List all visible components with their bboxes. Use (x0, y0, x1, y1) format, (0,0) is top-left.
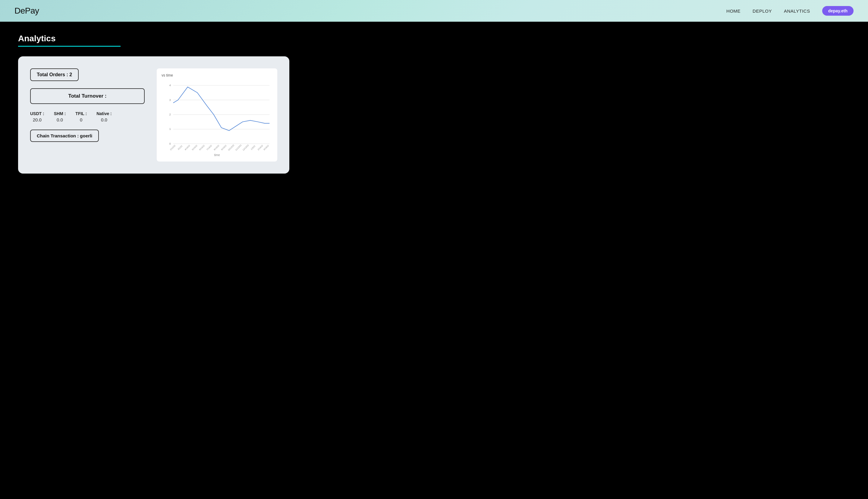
analytics-card: Total Orders : 2 Total Turnover : USDT :… (18, 56, 289, 173)
usdt-value: 20.0 (33, 117, 41, 122)
svg-text:9/13/22: 9/13/22 (221, 144, 227, 151)
native-label: Native : (96, 111, 112, 116)
svg-text:4: 4 (169, 84, 171, 87)
chart-container: 4 3 2 1 0 2/12/22 3/1/22 4/13/22 5/13/22… (161, 80, 272, 152)
chart-svg: 4 3 2 1 0 2/12/22 3/1/22 4/13/22 5/13/22… (161, 80, 272, 152)
chart-title: vs time (161, 73, 272, 77)
svg-text:2/12/22: 2/12/22 (170, 144, 176, 151)
svg-text:10/13/22: 10/13/22 (228, 144, 235, 151)
logo-de: De (14, 6, 25, 15)
tfil-label: TFIL : (75, 111, 87, 116)
svg-text:2: 2 (169, 113, 171, 116)
svg-text:8/13/22: 8/13/22 (213, 144, 220, 151)
svg-text:6/13/22: 6/13/22 (199, 144, 205, 151)
svg-text:0: 0 (169, 142, 171, 145)
nav-analytics[interactable]: ANALYTICS (784, 9, 810, 14)
shm-label: SHM : (54, 111, 66, 116)
svg-text:1/3/22: 1/3/22 (250, 145, 256, 150)
title-underline (18, 46, 121, 47)
svg-text:5/13/22: 5/13/22 (191, 144, 198, 151)
svg-text:1: 1 (169, 127, 171, 131)
tfil-value: 0 (80, 117, 82, 122)
nav-deploy[interactable]: DEPLOY (753, 9, 772, 14)
svg-text:7/13/22: 7/13/22 (206, 144, 212, 151)
total-turnover-box: Total Turnover : (30, 88, 145, 104)
shm-value: 0.0 (57, 117, 63, 122)
currency-usdt: USDT : 20.0 (30, 111, 44, 122)
currency-row: USDT : 20.0 SHM : 0.0 TFIL : 0 Native : … (30, 111, 145, 122)
svg-text:4/13/22: 4/13/22 (184, 144, 191, 151)
nav: HOME DEPLOY ANALYTICS depay.eth (726, 6, 854, 16)
header: DePay HOME DEPLOY ANALYTICS depay.eth (0, 0, 868, 22)
svg-text:3/13/22: 3/13/22 (263, 144, 269, 151)
currency-native: Native : 0.0 (96, 111, 112, 122)
page-title: Analytics (18, 34, 850, 44)
chain-transaction-badge[interactable]: Chain Transaction : goerli (30, 130, 99, 142)
native-value: 0.0 (101, 117, 107, 122)
svg-text:11/13/22: 11/13/22 (235, 144, 242, 151)
currency-tfil: TFIL : 0 (75, 111, 87, 122)
total-orders-badge: Total Orders : 2 (30, 69, 79, 81)
wallet-button[interactable]: depay.eth (822, 6, 854, 16)
page-content: Analytics Total Orders : 2 Total Turnove… (0, 22, 868, 186)
logo-pay: Pay (25, 6, 39, 15)
nav-home[interactable]: HOME (726, 9, 741, 14)
chart-panel: vs time 4 3 2 1 0 (157, 69, 277, 161)
svg-text:3/1/22: 3/1/22 (177, 145, 183, 150)
chart-x-axis-label: time (161, 154, 272, 157)
svg-text:12/13/22: 12/13/22 (242, 144, 249, 151)
left-panel: Total Orders : 2 Total Turnover : USDT :… (30, 69, 145, 161)
svg-text:2/13/22: 2/13/22 (257, 144, 264, 151)
usdt-label: USDT : (30, 111, 44, 116)
currency-shm: SHM : 0.0 (54, 111, 66, 122)
logo: DePay (14, 6, 39, 16)
svg-text:3: 3 (169, 98, 171, 101)
